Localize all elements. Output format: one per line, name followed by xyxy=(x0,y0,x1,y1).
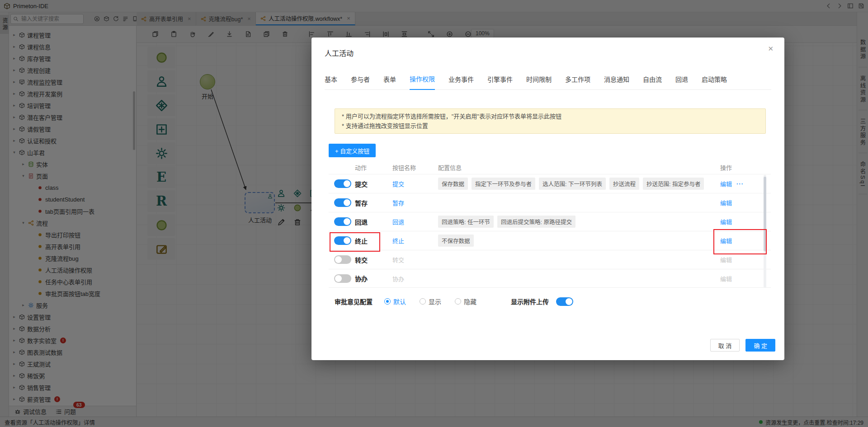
dialog-tab[interactable]: 消息通知 xyxy=(604,75,629,89)
action-cell: 转交 xyxy=(329,255,392,264)
config-info-cell: 不保存数据 xyxy=(438,235,720,247)
col-action: 动作 xyxy=(329,163,392,172)
dialog-tab[interactable]: 自由流 xyxy=(643,75,662,89)
table-row: 终止 终止 不保存数据 编辑 xyxy=(329,231,771,250)
enable-toggle[interactable] xyxy=(334,274,351,283)
button-name-link[interactable]: 协办 xyxy=(392,276,404,282)
opinion-options: 默认 显示 隐藏 xyxy=(384,297,490,306)
button-name-cell: 提交 xyxy=(392,179,438,188)
col-operation: 操作 xyxy=(720,163,771,172)
table-row: 提交 提交 保存数据指定下一环节及参与者选人范围: 下一环节列表抄送流程抄送范围… xyxy=(329,174,771,193)
table-header: 动作 按钮名称 配置信息 操作 xyxy=(329,160,771,174)
button-name-cell: 协办 xyxy=(392,274,438,283)
config-info-cell: 保存数据指定下一环节及参与者选人范围: 下一环节列表抄送流程抄送范围: 指定参与… xyxy=(438,178,720,190)
table-scrollbar[interactable] xyxy=(764,175,766,288)
radio-icon[interactable] xyxy=(455,298,461,305)
button-name-link[interactable]: 提交 xyxy=(392,181,404,188)
button-name-cell: 回退 xyxy=(392,217,438,226)
notice-line: * 用户可以为流程指定环节选择所需按钮，"开关启用"表示对应环节表单将显示此按钮 xyxy=(342,112,759,121)
config-tag: 不保存数据 xyxy=(438,235,474,247)
col-button-name: 按钮名称 xyxy=(392,163,438,172)
dialog-tab[interactable]: 多工作项 xyxy=(565,75,590,89)
config-tag: 保存数据 xyxy=(438,178,468,190)
table-rows: 提交 提交 保存数据指定下一环节及参与者选人范围: 下一环节列表抄送流程抄送范围… xyxy=(329,174,771,288)
dialog-tabbar: 基本参与者表单操作权限业务事件引擎事件时间限制多工作项消息通知自由流回退启动策略 xyxy=(325,70,771,90)
notice-box: * 用户可以为流程指定环节选择所需按钮，"开关启用"表示对应环节表单将显示此按钮… xyxy=(335,108,766,134)
custom-button-add[interactable]: + 自定义按钮 xyxy=(329,144,376,157)
edit-link[interactable]: 编辑 xyxy=(720,198,732,207)
more-actions[interactable]: ··· xyxy=(736,180,744,187)
dialog-tab[interactable]: 参与者 xyxy=(351,75,370,89)
action-label: 协办 xyxy=(355,274,368,283)
action-label: 回退 xyxy=(355,217,368,226)
table-row: 转交 转交 编辑 xyxy=(329,250,771,269)
config-tag: 抄送流程 xyxy=(609,178,639,190)
action-cell: 暂存 xyxy=(329,198,392,207)
buttons-table: 动作 按钮名称 配置信息 操作 提交 提交 xyxy=(329,160,771,288)
dialog-tab[interactable]: 回退 xyxy=(675,75,688,89)
cancel-button[interactable]: 取 消 xyxy=(710,339,740,352)
dialog-tab[interactable]: 操作权限 xyxy=(410,74,435,90)
button-name-link[interactable]: 回退 xyxy=(392,219,404,225)
action-cell: 终止 xyxy=(329,236,392,245)
config-tag: 回退策略: 任一环节 xyxy=(438,216,494,228)
dialog-tab[interactable]: 启动策略 xyxy=(702,75,727,89)
opinion-config-label: 审批意见配置 xyxy=(335,297,373,306)
opinion-config-row: 审批意见配置 默认 显示 隐藏 显示附件上传 xyxy=(335,293,573,310)
dialog-tab[interactable]: 基本 xyxy=(325,75,337,89)
edit-link[interactable]: 编辑 xyxy=(720,236,732,245)
edit-link[interactable]: 编辑 xyxy=(720,179,732,188)
action-cell: 提交 xyxy=(329,179,392,188)
attachment-upload-toggle[interactable] xyxy=(556,297,573,306)
table-row: 暂存 暂存 编辑 xyxy=(329,193,771,212)
notice-line: * 支持通过拖拽改变按钮显示位置 xyxy=(342,121,759,131)
manual-activity-dialog: 人工活动 ✕ 基本参与者表单操作权限业务事件引擎事件时间限制多工作项消息通知自由… xyxy=(311,38,784,360)
dialog-footer: 取 消 确 定 xyxy=(710,339,775,352)
attachment-upload-label: 显示附件上传 xyxy=(511,297,549,306)
radio-option[interactable]: 默认 xyxy=(384,297,406,306)
button-name-cell: 转交 xyxy=(392,255,438,264)
edit-link[interactable]: 编辑 xyxy=(720,274,732,283)
dialog-tab[interactable]: 时间限制 xyxy=(526,75,552,89)
radio-option[interactable]: 显示 xyxy=(420,297,441,306)
radio-label: 默认 xyxy=(393,297,406,306)
action-cell: 回退 xyxy=(329,217,392,226)
button-name-link[interactable]: 转交 xyxy=(392,257,404,263)
button-name-cell: 暂存 xyxy=(392,198,438,207)
close-icon[interactable]: ✕ xyxy=(768,45,774,53)
enable-toggle[interactable] xyxy=(334,255,351,264)
radio-icon[interactable] xyxy=(384,298,391,305)
ok-button[interactable]: 确 定 xyxy=(745,339,775,352)
primeton-ide-window: Primeton-IDE 资源 高开表单引用 × 克隆流程bug* × xyxy=(0,0,868,427)
radio-label: 隐藏 xyxy=(464,297,476,306)
action-cell: 协办 xyxy=(329,274,392,283)
action-label: 终止 xyxy=(355,236,368,245)
edit-link[interactable]: 编辑 xyxy=(720,255,732,264)
dialog-tab[interactable]: 表单 xyxy=(383,75,396,89)
button-name-link[interactable]: 暂存 xyxy=(392,200,404,206)
button-name-link[interactable]: 终止 xyxy=(392,238,404,244)
action-label: 转交 xyxy=(355,255,368,264)
radio-option[interactable]: 隐藏 xyxy=(455,297,476,306)
table-row: 回退 回退 回退策略: 任一环节回退后提交策略: 原路径提交 编辑 xyxy=(329,212,771,231)
enable-toggle[interactable] xyxy=(334,179,351,188)
radio-label: 显示 xyxy=(429,297,441,306)
config-tag: 选人范围: 下一环节列表 xyxy=(539,178,606,190)
config-tag: 回退后提交策略: 原路径提交 xyxy=(497,216,576,228)
enable-toggle[interactable] xyxy=(334,236,351,245)
action-label: 暂存 xyxy=(355,198,368,207)
col-config-info: 配置信息 xyxy=(438,163,720,172)
button-name-cell: 终止 xyxy=(392,236,438,245)
dialog-tab[interactable]: 引擎事件 xyxy=(487,75,513,89)
enable-toggle[interactable] xyxy=(334,217,351,226)
config-tag: 指定下一环节及参与者 xyxy=(472,178,535,190)
config-info-cell: 回退策略: 任一环节回退后提交策略: 原路径提交 xyxy=(438,216,720,228)
edit-link[interactable]: 编辑 xyxy=(720,217,732,226)
dialog-tab[interactable]: 业务事件 xyxy=(448,75,474,89)
dialog-title: 人工活动 xyxy=(325,47,354,58)
radio-icon[interactable] xyxy=(420,298,426,305)
action-label: 提交 xyxy=(355,179,368,188)
enable-toggle[interactable] xyxy=(334,198,351,207)
config-tag: 抄送范围: 指定参与者 xyxy=(643,178,704,190)
table-row: 协办 协办 编辑 xyxy=(329,269,771,288)
